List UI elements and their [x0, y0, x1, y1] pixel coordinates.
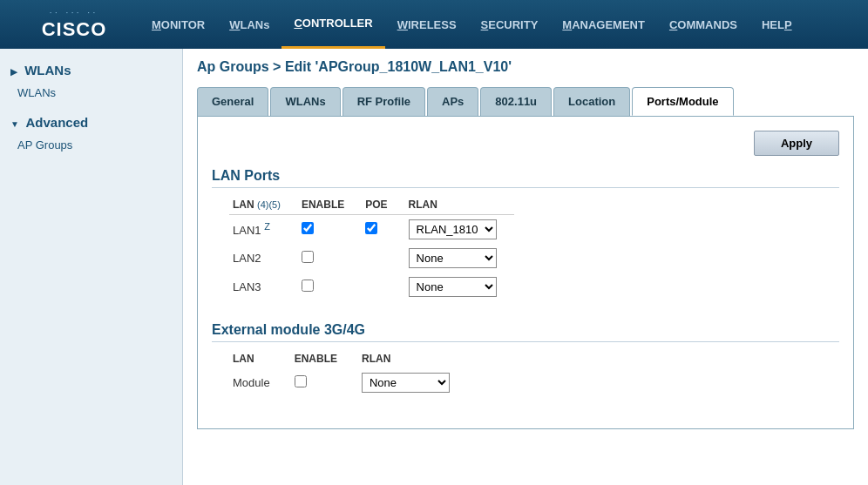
tab-rf-profile[interactable]: RF Profile [342, 87, 425, 116]
sidebar-item-wlans[interactable]: WLANs [0, 83, 182, 103]
lan2-rlan-cell: None RLAN_1810 [405, 244, 514, 273]
lan3-rlan-cell: None RLAN_1810 [405, 273, 514, 301]
cisco-logo: ·· ··· ·· CISCO [42, 9, 107, 41]
breadcrumb: Ap Groups > Edit 'APGroup_1810W_LAN1_V10… [197, 59, 854, 75]
sidebar-advanced-header[interactable]: ▼ Advanced [0, 110, 182, 135]
nav-help[interactable]: HELP [749, 0, 804, 49]
module-rlan-cell: None RLAN_1810 [358, 368, 471, 397]
lan1-footnote-link[interactable]: Z [264, 221, 270, 232]
logo-area: ·· ··· ·· CISCO [9, 9, 139, 41]
module-name: Module [229, 368, 291, 397]
lan1-enable-cell [298, 215, 362, 245]
lan3-rlan-select[interactable]: None RLAN_1810 [409, 277, 497, 297]
col-poe-header: POE [362, 195, 404, 215]
lan3-name: LAN3 [229, 273, 298, 301]
lan3-enable-checkbox[interactable] [302, 280, 314, 292]
tab-aps[interactable]: APs [427, 87, 478, 116]
tab-wlans[interactable]: WLANs [270, 87, 340, 116]
table-row: LAN1 Z RLAN_1810 None [229, 215, 514, 245]
content-area: Ap Groups > Edit 'APGroup_1810W_LAN1_V10… [183, 49, 868, 485]
lan1-enable-checkbox[interactable] [302, 222, 314, 234]
nav-wireless[interactable]: WIRELESS [385, 0, 469, 49]
col-rlan-header: RLAN [405, 195, 514, 215]
tab-80211u[interactable]: 802.11u [480, 87, 552, 116]
nav-security[interactable]: SECURITY [469, 0, 551, 49]
lan1-name: LAN1 Z [229, 215, 298, 245]
lan2-enable-checkbox[interactable] [302, 251, 314, 263]
lan2-name: LAN2 [229, 244, 298, 273]
col-enable-header: ENABLE [298, 195, 362, 215]
lan2-poe-cell [362, 244, 404, 273]
apply-button[interactable]: Apply [754, 131, 839, 156]
sidebar-advanced-group: ▼ Advanced AP Groups [0, 110, 182, 155]
sidebar-item-ap-groups[interactable]: AP Groups [0, 135, 182, 155]
lan-footnote: (4)(5) [257, 199, 281, 210]
module-enable-checkbox[interactable] [295, 375, 307, 387]
nav-monitor[interactable]: MONITOR [139, 0, 217, 49]
tab-location[interactable]: Location [553, 87, 630, 116]
col-module-rlan-header: RLAN [358, 349, 471, 368]
sidebar: ▶ WLANs WLANs ▼ Advanced AP Groups [0, 49, 183, 485]
sidebar-wlans-header[interactable]: ▶ WLANs [0, 57, 182, 83]
apply-row: Apply [212, 131, 839, 156]
table-row: LAN3 None RLAN_1810 [229, 273, 514, 301]
tab-general[interactable]: General [197, 87, 268, 116]
lan3-enable-cell [298, 273, 362, 301]
lan2-enable-cell [298, 244, 362, 273]
lan1-rlan-cell: RLAN_1810 None [405, 215, 514, 245]
lan-ports-title: LAN Ports [212, 168, 839, 188]
tabs: General WLANs RF Profile APs 802.11u Loc… [197, 87, 854, 116]
table-row: LAN2 None RLAN_1810 [229, 244, 514, 273]
cisco-dots: ·· ··· ·· [42, 9, 107, 17]
top-bar: ·· ··· ·· CISCO MONITOR WLANs CONTROLLER… [0, 0, 868, 49]
tab-ports-module[interactable]: Ports/Module [632, 87, 733, 116]
lan1-rlan-select[interactable]: RLAN_1810 None [409, 219, 497, 239]
nav-wlans[interactable]: WLANs [217, 0, 281, 49]
col-module-enable-header: ENABLE [291, 349, 358, 368]
lan1-poe-cell [362, 215, 404, 245]
sidebar-triangle-advanced: ▼ [10, 119, 19, 129]
lan2-rlan-select[interactable]: None RLAN_1810 [409, 248, 497, 268]
col-lan-header: LAN (4)(5) [229, 195, 298, 215]
table-row: Module None RLAN_1810 [229, 368, 471, 397]
lan1-poe-checkbox[interactable] [365, 222, 377, 234]
lan-ports-table: LAN (4)(5) ENABLE POE RLAN LAN1 Z [229, 195, 514, 301]
nav-controller[interactable]: CONTROLLER [281, 0, 384, 49]
main-layout: ▶ WLANs WLANs ▼ Advanced AP Groups Ap Gr… [0, 49, 868, 485]
module-table: LAN ENABLE RLAN Module [229, 349, 471, 397]
nav-management[interactable]: MANAGEMENT [550, 0, 657, 49]
sidebar-triangle-wlans: ▶ [10, 67, 17, 77]
sidebar-wlans-group: ▶ WLANs WLANs [0, 57, 182, 103]
nav-commands[interactable]: COMMANDS [657, 0, 749, 49]
module-rlan-select[interactable]: None RLAN_1810 [362, 373, 450, 393]
module-enable-cell [291, 368, 358, 397]
external-module-title: External module 3G/4G [212, 322, 839, 342]
lan3-poe-cell [362, 273, 404, 301]
external-module-section: External module 3G/4G LAN ENABLE RLAN Mo… [212, 322, 839, 397]
top-nav: MONITOR WLANs CONTROLLER WIRELESS SECURI… [139, 0, 859, 49]
tab-content: Apply LAN Ports LAN (4)(5) ENABLE POE RL… [197, 116, 854, 429]
col-module-lan-header: LAN [229, 349, 291, 368]
